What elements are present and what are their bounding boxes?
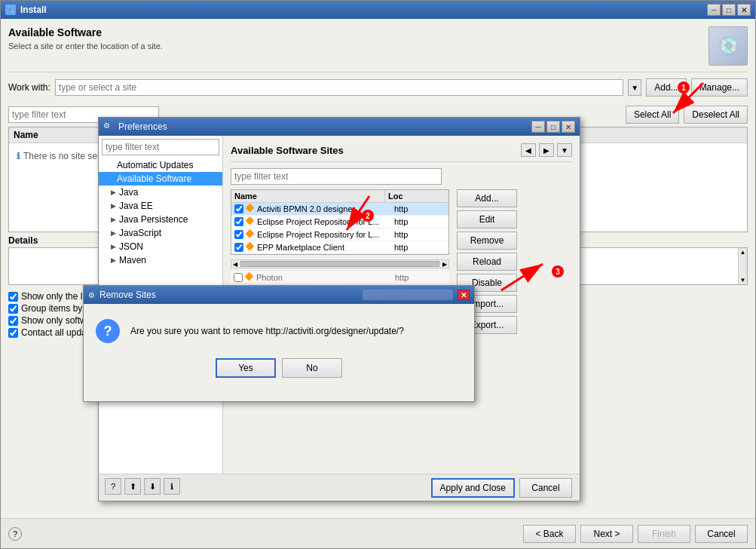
site-row-4[interactable]: 🔶 EPP Marketplace Client http [231,241,448,254]
pref-filter-input[interactable] [102,139,219,155]
site-row-3[interactable]: 🔶 Eclipse Project Repository for L... ht… [231,228,448,241]
tree-spacer [99,267,222,282]
sites-filter-input[interactable] [231,168,442,185]
site-2-checkbox[interactable] [234,217,243,226]
separator [8,72,748,72]
pref-nav-back[interactable]: ◀ [521,143,536,157]
sites-remove-button[interactable]: Remove [457,232,517,250]
maximize-button[interactable]: □ [722,4,736,16]
deselect-all-button[interactable]: Deselect All [684,106,748,124]
pref-maximize-button[interactable]: □ [546,121,560,133]
pref-tree-item-java-persistence[interactable]: ▶ Java Persistence [99,213,222,226]
main-bottom-bar: ? < Back Next > Finish Cancel [1,518,755,548]
remove-close-button[interactable]: ✕ [458,290,470,300]
help-button[interactable]: ? [8,527,22,541]
site-row-1[interactable]: 🔶 Activiti BPMN 2.0 designer http [231,203,448,216]
close-button[interactable]: ✕ [737,4,751,16]
site-3-checkbox[interactable] [234,230,243,239]
page-subtitle: Select a site or enter the location of a… [8,41,709,51]
select-all-button[interactable]: Select All [626,106,679,124]
back-button[interactable]: < Back [523,525,576,543]
page-title: Available Software [8,26,709,38]
work-with-input[interactable] [55,79,623,96]
pref-right-title: Available Software Sites [231,145,344,156]
pref-nav-down[interactable]: ▼ [557,143,572,157]
site-5-checkbox[interactable] [234,273,243,282]
manage-button[interactable]: Manage... [691,78,748,97]
pref-bottom-bar: ? ⬆ ⬇ ℹ Apply and Close Cancel [99,474,580,501]
work-with-dropdown[interactable]: ▼ [628,79,641,96]
sites-add-button[interactable]: Add... [457,189,517,207]
site-3-name: Eclipse Project Repository for L... [257,230,394,239]
show-only-applicable-checkbox[interactable] [8,316,18,326]
window-title: Install [20,5,707,15]
pref-help-button[interactable]: ? [105,478,121,495]
next-button[interactable]: Next > [580,525,633,543]
pref-tree-item-json[interactable]: ▶ JSON [99,240,222,253]
pref-nav-forward[interactable]: ▶ [539,143,554,157]
site-row-5[interactable]: 🔶 Photon http [231,271,449,284]
site-2-name: Eclipse Project Repository for L... [257,217,394,226]
site-4-checkbox[interactable] [234,243,243,252]
annotation-badge-2: 2 [362,210,374,222]
pref-import-button[interactable]: ⬆ [124,478,141,495]
java-arrow-icon: ▶ [111,189,116,196]
site-2-loc: http [394,217,447,226]
minimize-button[interactable]: ─ [707,4,721,16]
pref-tree-item-java[interactable]: ▶ Java [99,186,222,199]
json-label: JSON [119,241,143,252]
site-4-name: EPP Marketplace Client [257,243,394,252]
site-4-loc: http [394,243,447,252]
pref-info-button[interactable]: ℹ [164,478,180,495]
main-cancel-button[interactable]: Cancel [695,525,748,543]
header-text: Available Software Select a site or ente… [8,26,709,51]
contact-all-checkbox[interactable] [8,328,18,338]
pref-cancel-button[interactable]: Cancel [519,478,572,498]
pref-tree-item-javascript[interactable]: ▶ JavaScript [99,226,222,240]
pref-title-bar: ⚙ Preferences ─ □ ✕ [99,118,580,136]
remove-no-button[interactable]: No [282,358,342,378]
details-scrollbar[interactable]: ▲ ▼ [738,248,747,284]
json-arrow-icon: ▶ [111,243,116,250]
pref-minimize-button[interactable]: ─ [531,121,545,133]
info-icon: ℹ [17,151,20,161]
pref-nav-buttons: ◀ ▶ ▼ [521,143,572,157]
maven-arrow-icon: ▶ [111,256,116,264]
sites-reload-button[interactable]: Reload [457,253,517,271]
show-only-latest-checkbox[interactable] [8,292,18,302]
pref-title-controls: ─ □ ✕ [531,121,575,133]
apply-and-close-button[interactable]: Apply and Close [431,478,515,498]
site-5-icon: 🔶 [244,272,255,283]
java-persistence-arrow-icon: ▶ [111,216,116,223]
pref-close-button[interactable]: ✕ [562,121,575,133]
header-content: Available Software Select a site or ente… [8,26,748,66]
annotation-badge-3: 3 [552,265,564,278]
sites-h-scrollbar[interactable]: ◀ ▶ [231,259,449,268]
remove-message: Are you sure you want to remove http://a… [130,326,462,336]
auto-updates-label: Automatic Updates [117,160,193,170]
pref-export-button[interactable]: ⬇ [144,478,161,495]
site-2-icon: 🔶 [245,216,256,227]
pref-tree-item-java-ee[interactable]: ▶ Java EE [99,199,222,213]
java-label: Java [119,187,138,198]
pref-bottom-icons: ? ⬆ ⬇ ℹ [105,478,180,495]
window-icon: 🔧 [5,5,16,15]
group-items-checkbox[interactable] [8,304,18,314]
remove-window-title: Remove Sites [99,290,156,300]
sites-edit-button[interactable]: Edit [457,210,517,228]
site-1-icon: 🔶 [245,204,256,214]
site-1-checkbox[interactable] [234,204,243,213]
pref-window-icon: ⚙ [103,121,114,132]
available-software-label: Available Software [117,173,191,184]
finish-button[interactable]: Finish [638,525,690,543]
main-title-bar: 🔧 Install ─ □ ✕ [1,1,755,19]
maven-label: Maven [119,255,146,265]
col-name-header: Name [231,190,385,202]
pref-tree-item-auto-updates[interactable]: Automatic Updates [99,158,222,172]
pref-tree-item-maven[interactable]: ▶ Maven [99,253,222,267]
remove-yes-button[interactable]: Yes [216,358,276,378]
site-row-2[interactable]: 🔶 Eclipse Project Repository for L... ht… [231,216,448,228]
pref-tree-item-available-software[interactable]: Available Software [99,172,222,186]
col-scroll-header [438,190,448,202]
work-with-label: Work with: [8,82,51,93]
